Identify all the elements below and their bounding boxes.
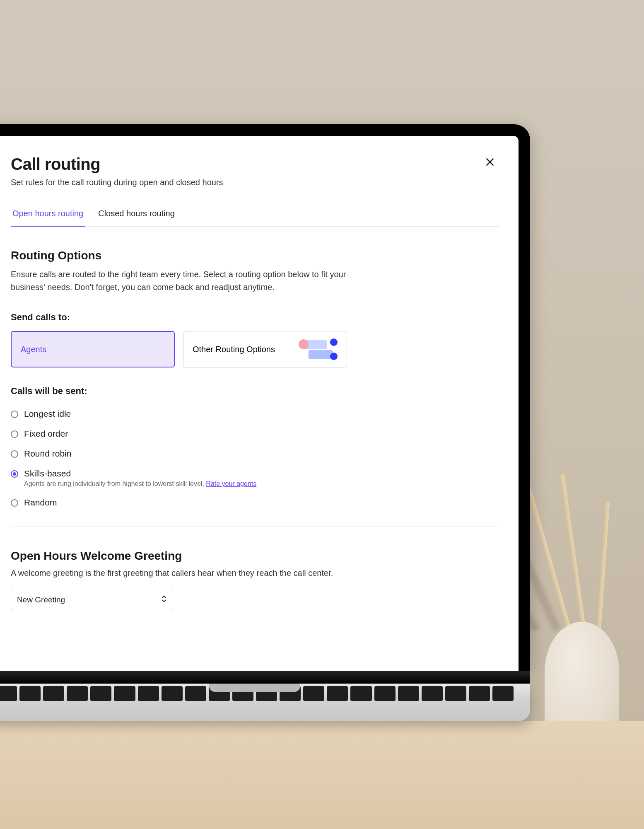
app-screen: Call routing Set rules for the call rout… (0, 136, 519, 671)
laptop-frame: Call routing Set rules for the call rout… (0, 124, 530, 721)
radio-round-robin[interactable]: Round robin (11, 444, 499, 464)
radio-random-label: Random (24, 498, 57, 508)
routing-options-title: Routing Options (11, 249, 499, 262)
routing-options-description: Ensure calls are routed to the right tea… (11, 268, 350, 294)
calls-will-be-sent-label: Calls will be sent: (11, 386, 499, 396)
radio-icon (11, 430, 18, 438)
routing-illustration-icon (298, 338, 338, 361)
page-subtitle: Set rules for the call routing during op… (11, 178, 223, 187)
option-card-agents-label: Agents (21, 345, 46, 354)
radio-icon (11, 470, 18, 478)
option-card-agents[interactable]: Agents (11, 331, 175, 367)
radio-longest-idle[interactable]: Longest idle (11, 404, 499, 424)
option-card-other-routing-label: Other Routing Options (193, 345, 275, 354)
radio-fixed-order[interactable]: Fixed order (11, 424, 499, 444)
radio-skills-based-help: Agents are rung individually from highes… (24, 480, 256, 488)
radio-round-robin-label: Round robin (24, 449, 71, 459)
close-button[interactable] (481, 155, 499, 171)
radio-icon (11, 411, 18, 418)
close-icon (485, 156, 495, 170)
tab-bar: Open hours routing Closed hours routing (11, 203, 499, 227)
radio-random[interactable]: Random (11, 493, 499, 512)
section-divider (11, 527, 499, 527)
radio-skills-based-label: Skills-based (24, 469, 256, 479)
radio-skills-based[interactable]: Skills-based Agents are rung individuall… (11, 464, 499, 493)
welcome-greeting-title: Open Hours Welcome Greeting (11, 549, 499, 563)
option-card-other-routing[interactable]: Other Routing Options (183, 331, 347, 367)
page-title: Call routing (11, 155, 223, 174)
greeting-select[interactable]: New Greeting (11, 589, 172, 610)
radio-longest-idle-label: Longest idle (24, 409, 71, 419)
tab-open-hours[interactable]: Open hours routing (11, 203, 85, 227)
radio-fixed-order-label: Fixed order (24, 429, 68, 439)
send-mode-radio-group: Longest idle Fixed order Round robin Ski… (11, 404, 499, 512)
rate-your-agents-link[interactable]: Rate your agents (206, 480, 256, 487)
tab-closed-hours[interactable]: Closed hours routing (96, 203, 176, 227)
radio-icon (11, 499, 18, 507)
radio-icon (11, 450, 18, 458)
send-calls-to-label: Send calls to: (11, 312, 499, 323)
welcome-greeting-description: A welcome greeting is the first greeting… (11, 567, 350, 580)
radio-skills-help-text: Agents are rung individually from highes… (24, 480, 206, 487)
